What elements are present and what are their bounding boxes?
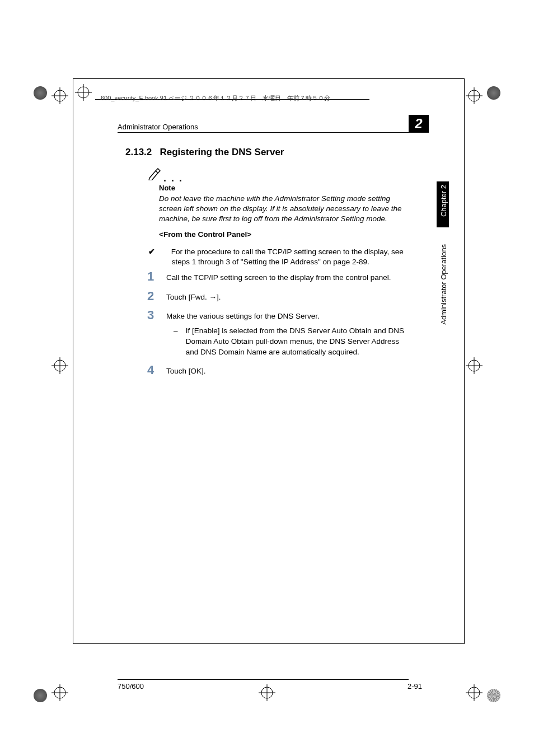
sub-bullet-text: If [Enable] is selected from the DNS Ser…: [186, 326, 409, 358]
registration-mark-icon: [466, 684, 483, 701]
pencil-icon: [148, 168, 162, 180]
section-title-text: Registering the DNS Server: [160, 147, 284, 157]
corner-ornament-icon: [34, 689, 47, 702]
registration-mark-icon: [51, 684, 68, 701]
registration-mark-icon: [51, 87, 68, 104]
step-text: Make the various settings for the DNS Se…: [166, 309, 407, 322]
checkmark-icon: ✔: [148, 247, 158, 257]
corner-ornament-icon: [487, 689, 500, 702]
footer-model: 750/600: [118, 682, 144, 690]
sub-bullet: – If [Enable] is selected from the DNS S…: [174, 326, 409, 358]
step-4: 4 Touch [OK].: [147, 364, 410, 377]
step-number: 3: [147, 309, 164, 321]
registration-mark-icon: [466, 357, 483, 374]
side-chapter-text: Chapter 2: [437, 181, 451, 220]
registration-mark-icon: [51, 357, 68, 374]
step-text: Touch [OK].: [166, 364, 407, 377]
section-number: 2.13.2: [125, 147, 152, 157]
registration-mark-icon: [75, 84, 92, 101]
head-rule: [118, 132, 409, 133]
step-3: 3 Make the various settings for the DNS …: [147, 309, 410, 322]
running-head: Administrator Operations: [118, 123, 198, 131]
note-label: Note: [159, 184, 175, 192]
check-item: ✔ For the procedure to call the TCP/IP s…: [148, 247, 411, 267]
corner-ornament-icon: [487, 86, 500, 100]
side-tab-chapter: Chapter 2: [437, 181, 449, 227]
step-number: 4: [147, 364, 164, 376]
step-1: 1 Call the TCP/IP setting screen to the …: [147, 270, 410, 283]
step-number: 2: [147, 290, 164, 302]
note-body: Do not leave the machine with the Admini…: [159, 194, 411, 225]
footer-page: 2-91: [407, 682, 422, 690]
side-tab-section: Administrator Operations: [437, 241, 449, 336]
step-text: Call the TCP/IP setting screen to the di…: [166, 270, 407, 283]
check-text: For the procedure to call the TCP/IP set…: [161, 247, 407, 267]
section-title: 2.13.2 Registering the DNS Server: [125, 147, 284, 158]
step-number: 1: [147, 270, 164, 283]
registration-mark-icon: [259, 684, 275, 701]
side-section-text: Administrator Operations: [437, 241, 451, 328]
note-ellipsis-icon: . . .: [163, 172, 183, 184]
subheading: <From the Control Panel>: [159, 230, 251, 239]
footer-rule: [118, 679, 409, 680]
registration-mark-icon: [466, 87, 483, 104]
corner-ornament-icon: [34, 86, 47, 100]
header-meta-text: 600_security_E.book 91 ページ ２００６年１２月２７日 水…: [101, 94, 330, 102]
step-text: Touch [Fwd. →].: [166, 290, 407, 303]
chapter-number-badge: 2: [409, 115, 429, 133]
dash-icon: –: [174, 326, 184, 337]
step-2: 2 Touch [Fwd. →].: [147, 290, 410, 303]
page-frame: [73, 78, 465, 644]
